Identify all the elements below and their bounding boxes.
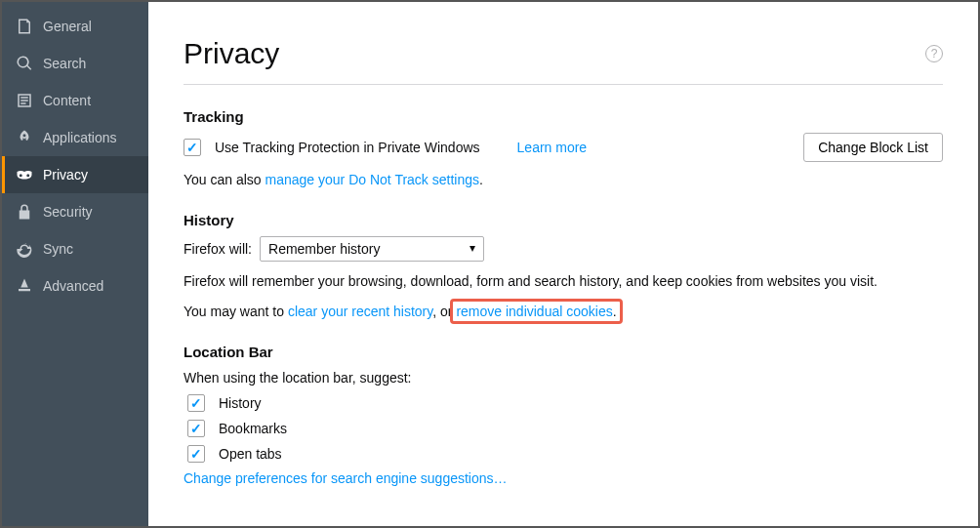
sidebar-item-label: Privacy [43,167,88,183]
sidebar-item-content[interactable]: Content [2,82,148,119]
sidebar-item-label: Applications [43,130,117,145]
tracking-heading: Tracking [184,108,943,125]
sync-icon [16,240,33,258]
tracking-protection-label: Use Tracking Protection in Private Windo… [215,140,480,155]
sidebar-item-search[interactable]: Search [2,45,148,82]
history-heading: History [184,212,943,228]
locbar-history-checkbox[interactable] [187,394,205,412]
lock-icon [16,203,33,221]
locbar-opentabs-checkbox[interactable] [187,445,205,463]
history-description: Firefox will remember your browsing, dow… [184,271,943,292]
wizard-hat-icon [16,277,33,295]
sidebar-item-label: Search [43,56,86,71]
change-block-list-button[interactable]: Change Block List [803,133,943,162]
sidebar-item-general[interactable]: General [2,8,148,45]
location-bar-subtext: When using the location bar, suggest: [184,368,943,388]
history-mode-select[interactable]: Remember history [260,236,484,262]
help-icon[interactable]: ? [925,45,943,62]
sidebar-item-security[interactable]: Security [2,193,148,230]
remove-individual-cookies-link[interactable]: remove individual cookies [456,304,612,319]
clear-recent-history-link[interactable]: clear your recent history [288,304,432,319]
location-bar-heading: Location Bar [184,344,943,360]
dnt-paragraph: You can also manage your Do Not Track se… [184,170,943,190]
history-section: History Firefox will: Remember history F… [184,212,943,322]
page-title: Privacy [184,37,279,70]
sidebar-item-label: Content [43,93,91,108]
tracking-protection-checkbox[interactable] [184,139,201,156]
locbar-bookmarks-checkbox[interactable] [187,420,205,437]
locbar-bookmarks-label: Bookmarks [219,421,287,436]
firefox-will-label: Firefox will: [184,241,252,257]
sidebar: General Search Content Applications Priv… [2,2,148,526]
search-icon [16,55,33,72]
rocket-icon [16,129,33,146]
sidebar-item-label: Advanced [43,278,103,294]
learn-more-link[interactable]: Learn more [517,140,588,155]
location-bar-section: Location Bar When using the location bar… [184,344,943,486]
sidebar-item-advanced[interactable]: Advanced [2,267,148,305]
change-search-suggestions-link[interactable]: Change preferences for search engine sug… [184,470,508,486]
tracking-section: Tracking Use Tracking Protection in Priv… [184,108,943,190]
document-icon [16,18,33,35]
locbar-history-label: History [219,395,262,411]
sidebar-item-label: Sync [43,241,73,257]
sidebar-item-label: Security [43,204,93,220]
content-icon [16,92,33,109]
sidebar-item-applications[interactable]: Applications [2,119,148,156]
main-panel: Privacy ? Tracking Use Tracking Protecti… [148,2,978,526]
mask-icon [16,166,33,183]
manage-dnt-link[interactable]: manage your Do Not Track settings [265,172,479,187]
sidebar-item-sync[interactable]: Sync [2,230,148,267]
sidebar-item-label: General [43,19,92,34]
locbar-opentabs-label: Open tabs [219,446,282,462]
history-links-paragraph: You may want to clear your recent histor… [184,302,943,322]
sidebar-item-privacy[interactable]: Privacy [2,156,148,193]
